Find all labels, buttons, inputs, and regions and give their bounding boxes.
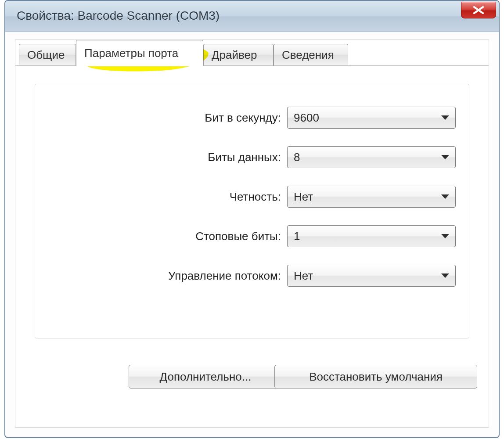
restore-defaults-button[interactable]: Восстановить умолчания xyxy=(274,365,477,389)
label-flow-control: Управление потоком: xyxy=(35,269,287,283)
tab-driver[interactable]: Драйвер xyxy=(203,44,274,66)
row-stop-bits: Стоповые биты: 1 xyxy=(35,225,456,248)
dialog-body: Общие Параметры порта Драйвер Сведения Б… xyxy=(15,40,489,428)
select-value: Нет xyxy=(294,269,313,283)
row-baud-rate: Бит в секунду: 9600 xyxy=(35,106,456,129)
close-button[interactable] xyxy=(461,2,496,18)
close-icon xyxy=(472,6,485,14)
tab-label: Параметры порта xyxy=(84,47,178,60)
select-value: Нет xyxy=(294,190,313,204)
chevron-down-icon xyxy=(441,115,449,120)
label-baud-rate: Бит в секунду: xyxy=(35,111,287,125)
tab-label: Общие xyxy=(27,48,65,62)
window-title: Свойства: Barcode Scanner (COM3) xyxy=(17,9,220,23)
button-label: Восстановить умолчания xyxy=(309,370,443,384)
tab-label: Драйвер xyxy=(212,48,257,62)
chevron-down-icon xyxy=(441,155,449,159)
port-settings-group: Бит в секунду: 9600 Биты данных: 8 Четно… xyxy=(35,84,469,338)
select-baud-rate[interactable]: 9600 xyxy=(287,107,456,129)
row-data-bits: Биты данных: 8 xyxy=(35,146,456,169)
titlebar: Свойства: Barcode Scanner (COM3) xyxy=(5,1,499,32)
label-data-bits: Биты данных: xyxy=(35,151,287,164)
chevron-down-icon xyxy=(441,234,449,238)
chevron-down-icon xyxy=(441,273,449,278)
properties-dialog: Свойства: Barcode Scanner (COM3) Общие П… xyxy=(4,0,500,438)
tab-port-settings[interactable]: Параметры порта xyxy=(76,40,203,66)
tab-details[interactable]: Сведения xyxy=(274,44,348,66)
advanced-button[interactable]: Дополнительно... xyxy=(129,365,282,389)
row-parity: Четность: Нет xyxy=(35,185,456,208)
select-value: 1 xyxy=(294,230,300,243)
select-parity[interactable]: Нет xyxy=(287,186,456,208)
select-stop-bits[interactable]: 1 xyxy=(287,225,456,247)
tab-strip: Общие Параметры порта Драйвер Сведения xyxy=(15,40,489,66)
select-value: 8 xyxy=(294,151,300,164)
select-value: 9600 xyxy=(294,111,319,125)
select-flow-control[interactable]: Нет xyxy=(287,265,456,287)
label-stop-bits: Стоповые биты: xyxy=(35,230,287,243)
row-flow-control: Управление потоком: Нет xyxy=(35,264,456,287)
tab-general[interactable]: Общие xyxy=(19,44,76,66)
select-data-bits[interactable]: 8 xyxy=(287,146,456,168)
tab-label: Сведения xyxy=(282,48,334,62)
chevron-down-icon xyxy=(441,194,449,199)
button-label: Дополнительно... xyxy=(160,370,252,384)
label-parity: Четность: xyxy=(35,190,287,204)
